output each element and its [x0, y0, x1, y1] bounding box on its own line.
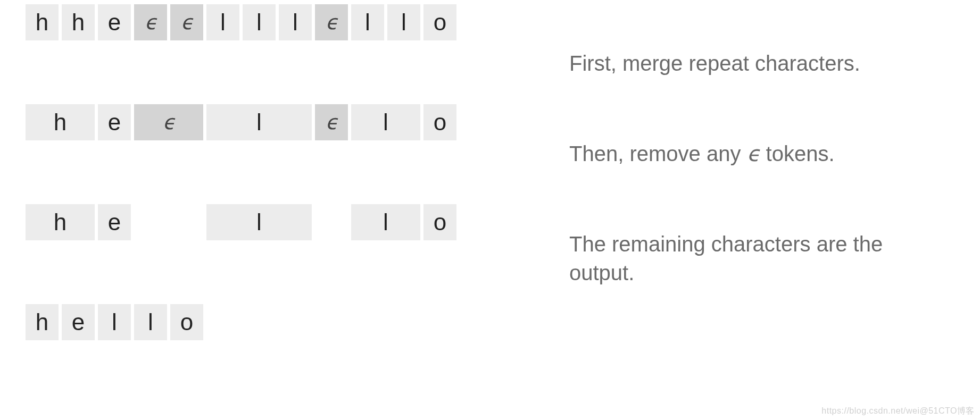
diagram-left-column: hheϵϵlllϵllo heϵlϵlo hello hello: [26, 0, 483, 340]
token-cell-char: l: [206, 4, 239, 40]
token-cell-epsilon: ϵ: [315, 104, 348, 140]
token-cell-char: l: [279, 4, 312, 40]
token-cell-char: e: [98, 4, 131, 40]
caption-step-2: Then, remove any ϵ tokens.: [569, 139, 910, 168]
token-row-4: hello: [26, 304, 483, 340]
token-cell-char: l: [206, 104, 312, 140]
token-cell-char: o: [170, 304, 203, 340]
epsilon-inline-icon: ϵ: [747, 142, 760, 165]
token-row-2: heϵlϵlo: [26, 104, 483, 140]
token-cell-char: l: [351, 4, 384, 40]
token-cell-char: l: [98, 304, 131, 340]
token-cell-char: o: [423, 104, 456, 140]
token-cell-char: e: [98, 104, 131, 140]
token-cell-blank: [315, 204, 348, 240]
token-cell-char: l: [387, 4, 420, 40]
caption-step-1: First, merge repeat characters.: [569, 49, 910, 78]
token-cell-char: l: [243, 4, 276, 40]
token-cell-char: l: [351, 204, 420, 240]
token-cell-char: e: [98, 204, 131, 240]
token-cell-epsilon: ϵ: [134, 4, 167, 40]
watermark-text: https://blog.csdn.net/wei@51CTO博客: [821, 406, 975, 417]
token-cell-char: h: [26, 304, 59, 340]
token-cell-blank: [134, 204, 203, 240]
token-row-1: hheϵϵlllϵllo: [26, 4, 483, 40]
token-cell-epsilon: ϵ: [134, 104, 203, 140]
token-row-3: hello: [26, 204, 483, 240]
token-cell-char: l: [351, 104, 420, 140]
token-cell-char: h: [26, 204, 95, 240]
caption-step-3: The remaining characters are the output.: [569, 230, 910, 287]
token-cell-char: h: [26, 104, 95, 140]
token-cell-char: h: [62, 4, 95, 40]
token-cell-char: h: [26, 4, 59, 40]
token-cell-char: l: [134, 304, 167, 340]
token-cell-char: e: [62, 304, 95, 340]
captions-column: First, merge repeat characters. Then, re…: [569, 49, 910, 349]
token-cell-epsilon: ϵ: [315, 4, 348, 40]
caption-step-2-pre: Then, remove any: [569, 142, 747, 165]
token-cell-char: l: [206, 204, 312, 240]
token-cell-epsilon: ϵ: [170, 4, 203, 40]
token-cell-char: o: [423, 204, 456, 240]
caption-step-2-post: tokens.: [760, 142, 835, 165]
token-cell-char: o: [423, 4, 456, 40]
